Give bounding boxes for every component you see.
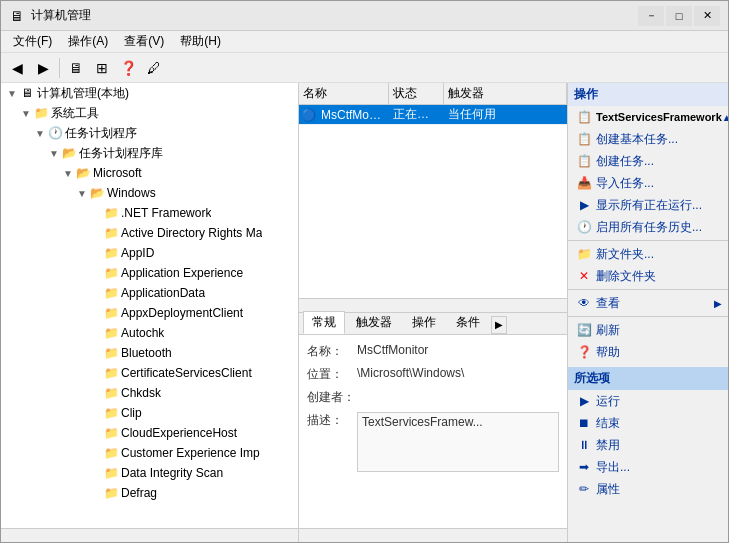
- menu-action[interactable]: 操作(A): [60, 31, 116, 52]
- tree-item-1[interactable]: 📁 Active Directory Rights Ma: [1, 223, 298, 243]
- table-hscroll[interactable]: [299, 298, 567, 312]
- tree-item-8[interactable]: 📁 CertificateServicesClient: [1, 363, 298, 383]
- tree-toggle-system[interactable]: ▼: [19, 106, 33, 120]
- tree-item-14[interactable]: 📁 Defrag: [1, 483, 298, 503]
- tree-label-13: Data Integrity Scan: [121, 466, 223, 480]
- tab-more-button[interactable]: ▶: [491, 316, 507, 334]
- back-button[interactable]: ◀: [5, 56, 29, 80]
- tree-label-11: CloudExperienceHost: [121, 426, 237, 440]
- refresh-icon: 🔄: [576, 322, 592, 338]
- tree-item-5[interactable]: 📁 AppxDeploymentClient: [1, 303, 298, 323]
- action-new-folder[interactable]: 📁 新文件夹...: [568, 243, 728, 265]
- tree-container[interactable]: ▼ 🖥 计算机管理(本地) ▼ 📁 系统工具 ▼ 🕐 任务计划程序: [1, 83, 298, 528]
- task-table-body[interactable]: 🔵 MsCtfMoni... 正在运行 当任何用: [299, 105, 567, 298]
- tree-item-9[interactable]: 📁 Chkdsk: [1, 383, 298, 403]
- tree-item-12[interactable]: 📁 Customer Experience Imp: [1, 443, 298, 463]
- tree-root[interactable]: ▼ 🖥 计算机管理(本地): [1, 83, 298, 103]
- action-sep-2: [568, 289, 728, 290]
- action-refresh-label: 刷新: [596, 322, 620, 339]
- col-status-header[interactable]: 状态: [389, 83, 444, 104]
- tree-label-14: Defrag: [121, 486, 157, 500]
- tree-label-7: Bluetooth: [121, 346, 172, 360]
- action-view-label: 查看: [596, 295, 620, 312]
- tree-label-9: Chkdsk: [121, 386, 161, 400]
- minimize-button[interactable]: －: [638, 6, 664, 26]
- tree-task-scheduler[interactable]: ▼ 🕐 任务计划程序: [1, 123, 298, 143]
- import-icon: 📥: [576, 175, 592, 191]
- folder-icon-2: 📁: [103, 245, 119, 261]
- action-import[interactable]: 📥 导入任务...: [568, 172, 728, 194]
- detail-name-row: 名称： MsCtfMonitor: [307, 343, 559, 360]
- tree-toggle-lib[interactable]: ▼: [47, 146, 61, 160]
- tree-system-tools[interactable]: ▼ 📁 系统工具: [1, 103, 298, 123]
- action-import-label: 导入任务...: [596, 175, 654, 192]
- detail-tabs: 常规 触发器 操作 条件 ▶: [299, 313, 567, 335]
- selected-action-end[interactable]: ⏹ 结束: [568, 412, 728, 434]
- maximize-button[interactable]: □: [666, 6, 692, 26]
- actions-header-main[interactable]: 📋 TextServicesFramework ▲: [568, 106, 728, 128]
- tree-item-7[interactable]: 📁 Bluetooth: [1, 343, 298, 363]
- tab-triggers[interactable]: 触发器: [347, 311, 401, 334]
- selected-action-run[interactable]: ▶ 运行: [568, 390, 728, 412]
- table-header: 名称 状态 触发器: [299, 83, 567, 105]
- selected-end-label: 结束: [596, 415, 620, 432]
- close-button[interactable]: ✕: [694, 6, 720, 26]
- selected-action-disable[interactable]: ⏸ 禁用: [568, 434, 728, 456]
- table-row[interactable]: 🔵 MsCtfMoni... 正在运行 当任何用: [299, 105, 567, 125]
- selected-action-props[interactable]: ✏ 属性: [568, 478, 728, 500]
- action-help[interactable]: ❓ 帮助: [568, 341, 728, 363]
- center-panel: 名称 状态 触发器 🔵 MsCtfMoni... 正在: [299, 83, 568, 542]
- tab-conditions[interactable]: 条件: [447, 311, 489, 334]
- forward-button[interactable]: ▶: [31, 56, 55, 80]
- tree-microsoft[interactable]: ▼ 📂 Microsoft: [1, 163, 298, 183]
- tree-toggle-ms[interactable]: ▼: [61, 166, 75, 180]
- action-view[interactable]: 👁 查看 ▶: [568, 292, 728, 314]
- tab-general[interactable]: 常规: [303, 311, 345, 334]
- detail-author-label: 创建者：: [307, 389, 357, 406]
- tree-item-0[interactable]: 📁 .NET Framework: [1, 203, 298, 223]
- action-delete-folder[interactable]: ✕ 删除文件夹: [568, 265, 728, 287]
- section-collapse-icon[interactable]: ▲: [722, 112, 728, 123]
- main-window: 🖥 计算机管理 － □ ✕ 文件(F) 操作(A) 查看(V) 帮助(H) ◀ …: [0, 0, 729, 543]
- col-name-header[interactable]: 名称: [299, 83, 389, 104]
- tree-item-4[interactable]: 📁 ApplicationData: [1, 283, 298, 303]
- view-icon: 👁: [576, 295, 592, 311]
- toolbar-btn-4[interactable]: 🖊: [142, 56, 166, 80]
- detail-location-row: 位置： \Microsoft\Windows\: [307, 366, 559, 383]
- menu-view[interactable]: 查看(V): [116, 31, 172, 52]
- tree-item-3[interactable]: 📁 Application Experience: [1, 263, 298, 283]
- tree-scrollbar[interactable]: [1, 528, 298, 542]
- delete-folder-icon: ✕: [576, 268, 592, 284]
- tree-item-13[interactable]: 📁 Data Integrity Scan: [1, 463, 298, 483]
- action-enable-history[interactable]: 🕐 启用所有任务历史...: [568, 216, 728, 238]
- action-create-task[interactable]: 📋 创建任务...: [568, 150, 728, 172]
- create-basic-icon: 📋: [576, 131, 592, 147]
- tree-item-10[interactable]: 📁 Clip: [1, 403, 298, 423]
- action-show-running[interactable]: ▶ 显示所有正在运行...: [568, 194, 728, 216]
- menu-help[interactable]: 帮助(H): [172, 31, 229, 52]
- toolbar-btn-2[interactable]: ⊞: [90, 56, 114, 80]
- detail-panel: 常规 触发器 操作 条件 ▶ 名称： MsCtfMonitor 位置： \Mic…: [299, 313, 567, 543]
- tree-toggle-win[interactable]: ▼: [75, 186, 89, 200]
- left-panel: ▼ 🖥 计算机管理(本地) ▼ 📁 系统工具 ▼ 🕐 任务计划程序: [1, 83, 299, 542]
- lib-folder-icon: 📂: [61, 145, 77, 161]
- tree-item-11[interactable]: 📁 CloudExperienceHost: [1, 423, 298, 443]
- tree-scheduler-lib[interactable]: ▼ 📂 任务计划程序库: [1, 143, 298, 163]
- action-refresh[interactable]: 🔄 刷新: [568, 319, 728, 341]
- folder-icon-14: 📁: [103, 485, 119, 501]
- main-content: ▼ 🖥 计算机管理(本地) ▼ 📁 系统工具 ▼ 🕐 任务计划程序: [1, 83, 728, 542]
- selected-action-export[interactable]: ➡ 导出...: [568, 456, 728, 478]
- detail-hscroll[interactable]: [299, 528, 567, 542]
- toolbar-btn-3[interactable]: ❓: [116, 56, 140, 80]
- tree-windows[interactable]: ▼ 📂 Windows: [1, 183, 298, 203]
- menu-file[interactable]: 文件(F): [5, 31, 60, 52]
- tree-item-6[interactable]: 📁 Autochk: [1, 323, 298, 343]
- tree-toggle-root[interactable]: ▼: [5, 86, 19, 100]
- action-create-basic[interactable]: 📋 创建基本任务...: [568, 128, 728, 150]
- toolbar-btn-1[interactable]: 🖥: [64, 56, 88, 80]
- tab-actions[interactable]: 操作: [403, 311, 445, 334]
- col-trigger-header[interactable]: 触发器: [444, 83, 567, 104]
- task-table-panel: 名称 状态 触发器 🔵 MsCtfMoni... 正在: [299, 83, 567, 313]
- tree-toggle-scheduler[interactable]: ▼: [33, 126, 47, 140]
- tree-item-2[interactable]: 📁 AppID: [1, 243, 298, 263]
